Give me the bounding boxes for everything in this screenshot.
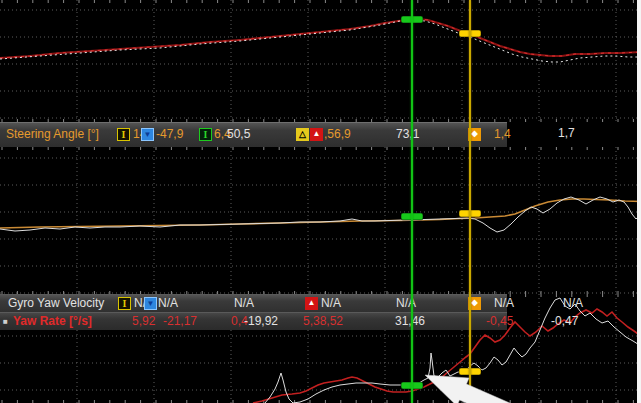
chart-steering-angle[interactable] — [0, 147, 641, 294]
signal-rows-gyro: Gyro Yaw Velocity I N/ ▼ N/A N/A ▲ N/A N… — [0, 294, 507, 330]
signal-row-gyro-yaw-velocity[interactable]: Gyro Yaw Velocity I N/ ▼ N/A N/A ▲ N/A N… — [0, 294, 507, 312]
steering-value-yellow-cursor: 1,4 — [494, 127, 511, 142]
yaw-rate-value-right: -0,47 — [551, 314, 578, 329]
yaw-rate-value-2: -21,17 — [163, 314, 197, 329]
blue-down-marker-icon: ▼ — [141, 128, 154, 141]
chart-top-signal[interactable] — [0, 0, 641, 122]
gyro-na-4: N/A — [321, 296, 341, 311]
gyro-na-5: N/A — [396, 296, 416, 311]
blue-down-marker-icon: ▼ — [144, 297, 157, 310]
yaw-rate-value-yellow-cursor: -0,45 — [486, 314, 513, 329]
green-measurement-cursor[interactable] — [411, 0, 413, 403]
warning-triangle-icon: △ — [296, 128, 309, 141]
alarm-triangle-icon: ▲ — [305, 297, 318, 310]
interval-yellow-icon: I — [117, 128, 130, 141]
yaw-rate-value-5: 5,38,52 — [303, 314, 343, 329]
signal-row-steering[interactable]: Steering Angle [°] I 14 ▼ -47,9 I 6,4 50… — [0, 122, 507, 147]
steering-value-green-cursor: 73,1 — [396, 127, 419, 142]
yellow-measurement-cursor[interactable] — [469, 0, 471, 403]
gyro-na-right: N/A — [563, 296, 583, 311]
interval-yellow-icon: I — [118, 297, 131, 310]
gyro-na-6: N/A — [494, 296, 514, 311]
steering-angle-label: Steering Angle [°] — [6, 127, 99, 142]
steering-value-2b: 50,5 — [227, 127, 250, 142]
steering-value-right: 1,7 — [558, 126, 575, 141]
steering-value-1: -47,9 — [156, 127, 183, 142]
gyro-na-3: N/A — [234, 296, 254, 311]
gyro-na-2: N/A — [158, 296, 178, 311]
gyro-yaw-velocity-label: Gyro Yaw Velocity — [8, 296, 104, 311]
alarm-triangle-icon: ▲ — [310, 128, 323, 141]
interval-green-icon: I — [199, 128, 212, 141]
steering-value-3: ,56,9 — [324, 127, 351, 142]
signal-bullet-icon: ■ — [3, 318, 8, 326]
window-right-edge — [637, 0, 641, 403]
signal-row-yaw-rate[interactable]: ■ Yaw Rate [°/s] 5,92 -21,17 0,4 -19,92 … — [0, 312, 507, 330]
yaw-rate-value-4: -19,92 — [244, 314, 278, 329]
yaw-rate-label: Yaw Rate [°/s] — [13, 314, 92, 329]
yaw-rate-value-1: 5,92 — [132, 314, 155, 329]
measurement-window: Steering Angle [°] I 14 ▼ -47,9 I 6,4 50… — [0, 0, 641, 403]
series-steering-angle-orange — [0, 199, 641, 228]
